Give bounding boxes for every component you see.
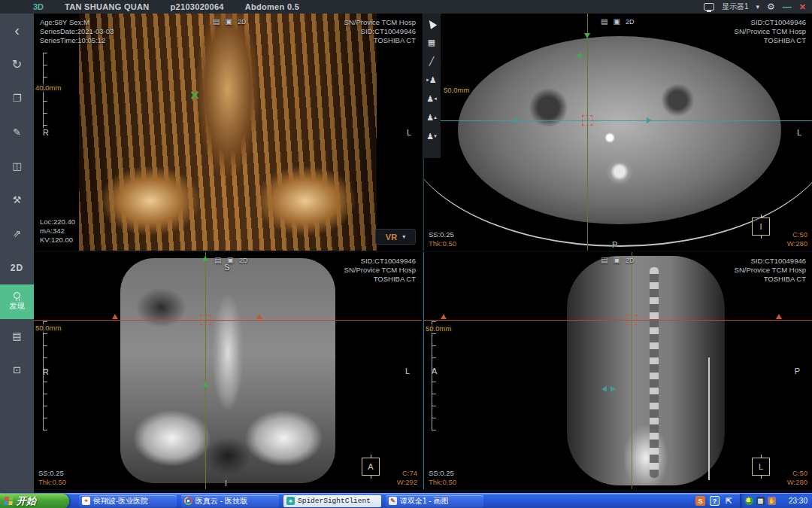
render-mode-value: VR	[386, 233, 397, 242]
vp-print-icon[interactable]: ▤	[601, 17, 607, 26]
crosshair-arrow[interactable]	[256, 314, 262, 319]
viewport-sagittal[interactable]: ▤ ▣ 2D SID:CT10049946 SN/Provice TCM Hos…	[423, 252, 812, 489]
info-line: SID:CT10049946	[344, 27, 416, 36]
ss-value: SS:0.25	[38, 469, 66, 478]
pan-arrow-right[interactable]	[611, 386, 616, 392]
reset-icon[interactable]: ↻	[0, 47, 34, 81]
crosshair-arrow[interactable]	[776, 314, 782, 319]
ss-value: SS:0.25	[429, 469, 456, 478]
info-line: SID:CT10049946	[735, 18, 806, 27]
vp-print-icon[interactable]: ▤	[214, 256, 221, 264]
crosshair-center-marker[interactable]	[200, 315, 211, 325]
vp-layout-icon[interactable]: ▣	[226, 256, 233, 264]
slice-direction-arrow[interactable]	[576, 53, 581, 59]
slice-info: SS:0.25 Thk:0.50	[429, 230, 456, 248]
window-center: C:74	[397, 469, 417, 478]
thk-value: Thk:0.50	[38, 478, 66, 487]
vp-layout-icon[interactable]: ▣	[225, 17, 232, 26]
viewport-3d-vr[interactable]: ▤ ▣ 2D Age:58Y Sex:M SeriesDate:2021-03-…	[34, 14, 422, 251]
institution-info: SID:CT10049946 SN/Provice TCM Hosp TOSHI…	[344, 257, 416, 284]
vp-print-icon[interactable]: ▤	[213, 17, 220, 26]
crosshair-x-marker[interactable]	[189, 90, 199, 100]
crosshair-horizontal-line[interactable]	[34, 320, 422, 321]
pointer-tool[interactable]	[425, 17, 438, 30]
ss-value: SS:0.25	[429, 230, 456, 239]
display-selector[interactable]: 显示器1	[722, 2, 749, 12]
crosshair-center-marker[interactable]	[582, 115, 592, 126]
info-line: SN/Provice TCM Hosp	[735, 266, 806, 275]
quick-launch-s-icon[interactable]: S	[695, 496, 705, 506]
minimize-button[interactable]: —	[783, 2, 792, 12]
back-icon[interactable]: ‹	[0, 14, 34, 47]
settings-gear-icon[interactable]: ⚙	[767, 2, 775, 12]
cube-letter: I	[759, 222, 762, 231]
person-orientation-tool-2[interactable]: ♟◂	[425, 92, 438, 105]
antivirus-tray-icon[interactable]	[745, 497, 753, 505]
cube-3d-tool[interactable]: ▦	[425, 35, 438, 49]
study-name: Abdomen 0.5	[245, 2, 299, 11]
quick-launch-help-icon[interactable]: ?	[710, 496, 720, 506]
vp-print-icon[interactable]: ▤	[601, 256, 607, 264]
snapshot-icon[interactable]: ⊡	[0, 353, 34, 387]
info-line: SeriesTime:10:05:12	[40, 36, 114, 45]
crosshair-arrow[interactable]	[112, 314, 118, 319]
clock: 23:30	[789, 497, 807, 505]
crosshair-vertical-line[interactable]	[205, 252, 206, 489]
orientation-right: L	[405, 367, 410, 376]
monitor-icon	[704, 3, 714, 11]
slice-direction-arrow[interactable]	[202, 256, 208, 261]
print-icon[interactable]: ▤	[0, 319, 34, 353]
vp-2d-toggle[interactable]: 2D	[239, 257, 248, 264]
vp-2d-toggle[interactable]: 2D	[238, 18, 247, 26]
viewport-coronal[interactable]: ▤ ▣ 2D SID:CT10049946 SN/Provice TCM Hos…	[34, 252, 422, 489]
render-mode-dropdown[interactable]: VR ▾	[375, 229, 416, 245]
crosshair-vertical-line[interactable]	[632, 252, 632, 489]
taskbar-task-paint[interactable]: ✎ 谭双全1 - 画图	[386, 495, 483, 507]
person-orientation-tool-1[interactable]: ▸♟	[425, 73, 438, 87]
orientation-left: R	[43, 367, 49, 376]
viewport-axial[interactable]: ▤ ▣ 2D SID:CT10049946 SN/Provice TCM Hos…	[423, 14, 812, 251]
crosshair-center-marker[interactable]	[626, 315, 637, 325]
pen-tool[interactable]: ╱	[425, 54, 438, 68]
person-orientation-tool-4[interactable]: ♟▾	[425, 129, 438, 143]
info-line: SN/Provice TCM Hosp	[344, 18, 416, 27]
cursor-arrow-icon	[426, 18, 438, 29]
title-bar: 3D TAN SHUANG QUAN p2103020064 Abdomen 0…	[0, 0, 812, 14]
annotate-icon[interactable]: ✎	[0, 115, 34, 149]
crosshair-vertical-line[interactable]	[587, 14, 588, 251]
task-label: 医真云 - 医技版	[195, 496, 247, 506]
crosshair-arrow[interactable]	[441, 314, 447, 319]
task-label: SpiderSightClient	[298, 497, 371, 505]
slice-direction-arrow[interactable]	[202, 382, 208, 387]
start-button[interactable]: 开始	[0, 494, 69, 508]
window-center: C:50	[787, 469, 807, 478]
tools-icon[interactable]: ⚒	[0, 183, 34, 217]
sidebar-item-discover[interactable]: 发现	[0, 284, 34, 319]
taskbar-task-spidersight[interactable]: ◈ SpiderSightClient	[283, 495, 381, 507]
vp-2d-toggle[interactable]: 2D	[626, 18, 635, 26]
vp-2d-toggle[interactable]: 2D	[626, 257, 635, 264]
export-series-icon[interactable]: ❐	[0, 81, 34, 115]
task-label: 谭双全1 - 画图	[400, 496, 448, 506]
quick-launch-expand-icon[interactable]: ⇱	[724, 496, 734, 506]
close-button[interactable]: ✕	[799, 2, 806, 12]
taskbar-task-hospital[interactable]: + 侯翔波-医业医院	[79, 495, 177, 507]
crosshair-horizontal-line[interactable]	[424, 120, 812, 121]
share-icon[interactable]: ⇗	[0, 217, 34, 251]
input-method-tray-icon[interactable]: ✋	[768, 497, 776, 505]
slice-direction-arrow[interactable]	[584, 33, 590, 38]
layout-grid-icon[interactable]: ◫	[0, 149, 34, 183]
person-orientation-tool-3[interactable]: ♟▴	[425, 111, 438, 124]
network-tray-icon[interactable]: ▥	[756, 497, 765, 505]
vp-layout-icon[interactable]: ▣	[613, 256, 620, 264]
viewport-header-controls: ▤ ▣ 2D	[601, 256, 634, 264]
chevron-down-icon[interactable]: ▾	[756, 3, 759, 11]
crosshair-horizontal-line[interactable]	[424, 320, 812, 321]
taskbar-task-cloud[interactable]: 医真云 - 医技版	[181, 495, 279, 507]
crosshair-arrow-right[interactable]	[647, 117, 652, 123]
vp-layout-icon[interactable]: ▣	[613, 17, 620, 26]
orientation-cube: A	[362, 458, 380, 476]
sidebar-item-2d[interactable]: 2D	[0, 251, 34, 284]
pan-arrow-left[interactable]	[601, 386, 607, 392]
crosshair-arrow-left[interactable]	[513, 117, 518, 123]
